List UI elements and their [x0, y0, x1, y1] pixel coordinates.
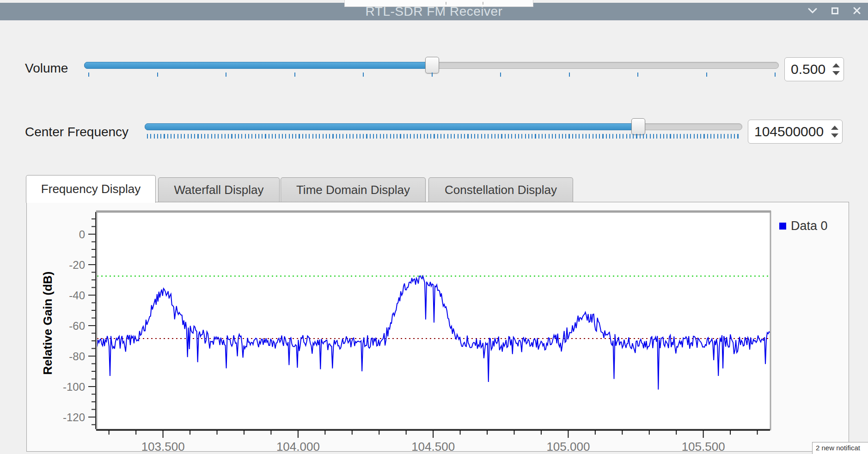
- spin-up-icon[interactable]: [832, 63, 840, 67]
- notch-tick: [483, 2, 483, 5]
- slider-tick: [157, 73, 158, 77]
- slider-tick: [226, 73, 226, 77]
- volume-spin-buttons: [829, 58, 844, 81]
- center-frequency-slider-ticks: [147, 134, 740, 139]
- background-window-edge: [344, 0, 533, 7]
- volume-slider-ticks: [88, 73, 776, 77]
- maximize-button[interactable]: [830, 7, 839, 16]
- volume-slider-handle[interactable]: [425, 57, 439, 73]
- y-axis-title: Relative Gain (dB): [41, 254, 55, 393]
- volume-label: Volume: [25, 61, 68, 76]
- notification-tooltip[interactable]: 2 new notificat: [812, 442, 868, 454]
- slider-tick: [363, 73, 364, 77]
- app-window: RTL-SDR FM Receiver Volume 0.500: [0, 0, 868, 454]
- spin-down-icon[interactable]: [832, 71, 840, 75]
- center-frequency-value[interactable]: 104500000: [748, 120, 827, 143]
- center-frequency-slider-fill: [145, 123, 638, 130]
- volume-slider-fill: [84, 62, 432, 69]
- slider-tick: [775, 73, 776, 77]
- tab-constellation-display[interactable]: Constellation Display: [428, 177, 573, 202]
- center-frequency-label: Center Frequency: [25, 125, 128, 139]
- frequency-display-panel: [26, 202, 849, 452]
- tab-waterfall-display[interactable]: Waterfall Display: [158, 177, 280, 202]
- shade-button[interactable]: [808, 7, 817, 16]
- window-controls: [808, 3, 862, 20]
- slider-tick: [569, 73, 570, 77]
- close-icon: [853, 7, 861, 16]
- volume-value[interactable]: 0.500: [785, 58, 829, 81]
- notch-tick: [446, 2, 446, 5]
- center-frequency-slider-handle[interactable]: [631, 118, 645, 135]
- maximize-icon: [831, 7, 838, 16]
- slider-tick: [706, 73, 707, 77]
- tab-frequency-display[interactable]: Frequency Display: [26, 175, 156, 203]
- slider-tick: [294, 73, 295, 77]
- center-frequency-spin-buttons: [827, 120, 842, 143]
- tab-time-domain-display[interactable]: Time Domain Display: [281, 177, 426, 202]
- plot-legend[interactable]: Data 0: [779, 219, 828, 233]
- slider-tick: [637, 73, 638, 77]
- legend-color-swatch: [779, 223, 786, 230]
- slider-tick: [500, 73, 501, 77]
- center-frequency-spinbox[interactable]: 104500000: [748, 120, 843, 144]
- legend-label: Data 0: [791, 219, 828, 233]
- slider-tick: [432, 73, 433, 77]
- close-button[interactable]: [852, 7, 862, 16]
- chevron-down-icon: [808, 7, 817, 16]
- volume-spinbox[interactable]: 0.500: [784, 57, 844, 81]
- spin-up-icon[interactable]: [831, 126, 838, 130]
- spin-down-icon[interactable]: [831, 133, 838, 138]
- slider-tick: [88, 73, 89, 77]
